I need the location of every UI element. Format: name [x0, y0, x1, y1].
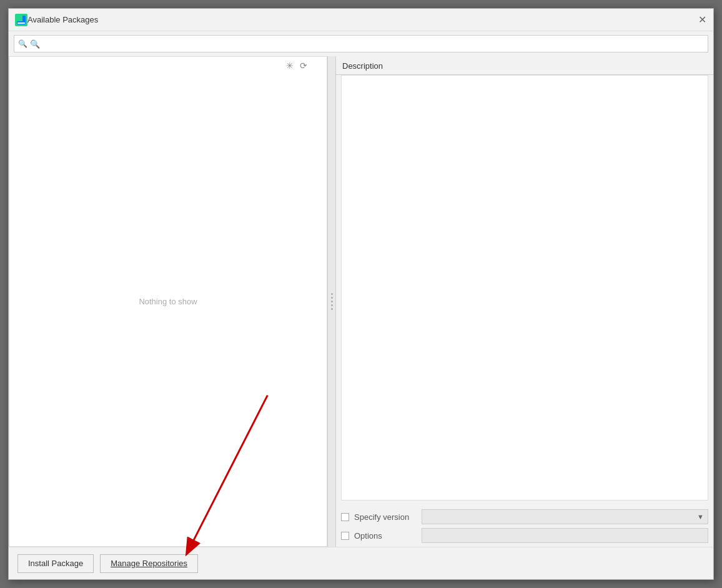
description-header: Description: [336, 56, 713, 75]
spinner-icon-button[interactable]: ✳: [284, 59, 295, 72]
splitter-dot-4: [331, 304, 333, 306]
options-label: Options: [354, 531, 417, 541]
options-checkbox[interactable]: [341, 532, 349, 540]
nothing-to-show-text: Nothing to show: [139, 297, 197, 306]
search-input[interactable]: [30, 39, 704, 49]
dropdown-arrow-icon: ▼: [697, 513, 704, 521]
search-icon: 🔍: [18, 39, 27, 48]
specify-version-label: Specify version: [354, 512, 417, 522]
splitter-dot-5: [331, 308, 333, 310]
description-panel: Description Specify version ▼ Options: [336, 56, 713, 547]
splitter-dots: [331, 293, 333, 310]
empty-state: Nothing to show: [9, 57, 327, 546]
panel-splitter[interactable]: [327, 56, 336, 547]
options-input[interactable]: [422, 528, 708, 543]
specify-version-row: Specify version ▼: [341, 509, 708, 524]
svg-rect-2: [17, 16, 22, 21]
install-package-button[interactable]: Install Package: [17, 554, 94, 573]
splitter-dot-3: [331, 301, 333, 302]
bottom-bar: Install Package Manage Repositories: [9, 547, 713, 579]
main-content: ✳ ⟳ Nothing to show Description: [9, 56, 713, 547]
splitter-dot-2: [331, 297, 333, 299]
version-dropdown[interactable]: ▼: [422, 509, 708, 524]
package-options: Specify version ▼ Options: [336, 506, 713, 547]
specify-version-checkbox[interactable]: [341, 513, 349, 521]
refresh-button[interactable]: ⟳: [298, 59, 309, 72]
description-content: [341, 75, 708, 501]
toolbar: ✳ ⟳: [284, 59, 309, 72]
pycharm-logo-icon: [15, 14, 27, 26]
options-row: Options: [341, 528, 708, 543]
window-title: Available Packages: [27, 15, 697, 24]
search-input-wrapper: 🔍: [14, 35, 708, 52]
splitter-dot-1: [331, 293, 333, 295]
packages-list-panel: ✳ ⟳ Nothing to show: [9, 56, 327, 547]
svg-rect-3: [17, 22, 25, 24]
title-bar: Available Packages ✕: [9, 9, 713, 31]
manage-repositories-button[interactable]: Manage Repositories: [100, 554, 198, 573]
available-packages-window: Available Packages ✕ 🔍 ✳ ⟳ Nothing to sh…: [8, 8, 714, 580]
search-bar: 🔍: [9, 31, 713, 56]
close-button[interactable]: ✕: [697, 15, 707, 25]
